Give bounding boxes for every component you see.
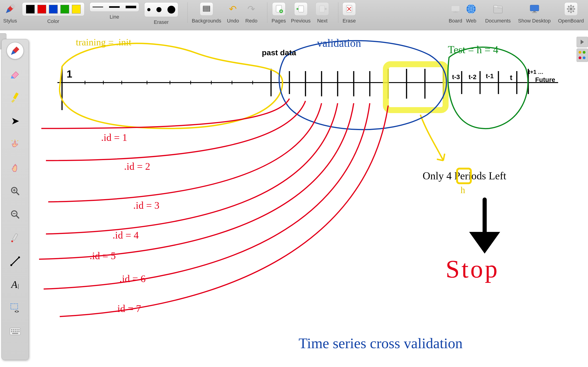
svg-point-19 xyxy=(579,51,581,54)
stylus-group: Stylus xyxy=(3,2,17,24)
interact-tool[interactable] xyxy=(7,136,23,152)
right-panel-tab[interactable] xyxy=(577,37,588,62)
eraser-md[interactable] xyxy=(156,7,162,12)
tick-t-plus-1: t+1 … xyxy=(528,69,544,75)
id-1: .id = 1 xyxy=(101,132,127,143)
svg-point-27 xyxy=(11,240,13,242)
line-med[interactable] xyxy=(109,6,120,8)
svg-point-33 xyxy=(17,311,19,312)
color-blue[interactable] xyxy=(49,5,58,14)
svg-rect-7 xyxy=(451,6,460,11)
highlighter-tool[interactable] xyxy=(7,89,23,106)
backgrounds-label: Backgrounds xyxy=(192,18,221,24)
svg-rect-23 xyxy=(13,92,19,99)
svg-rect-39 xyxy=(18,329,19,330)
laser-tool[interactable] xyxy=(7,230,23,246)
eraser-sm[interactable] xyxy=(147,8,150,11)
tick-1: 1 xyxy=(67,68,72,80)
pages-group: Pages xyxy=(271,2,286,24)
backgrounds-icon[interactable] xyxy=(200,2,213,16)
svg-rect-37 xyxy=(15,329,16,330)
color-yellow[interactable] xyxy=(72,5,81,14)
svg-point-16 xyxy=(570,8,572,10)
svg-rect-45 xyxy=(12,333,18,334)
eraser-tool[interactable] xyxy=(7,66,23,82)
redo-group: ↷ Redo xyxy=(245,2,258,24)
whiteboard-canvas[interactable] xyxy=(0,30,588,367)
redo-label: Redo xyxy=(245,18,258,24)
pointer-tool[interactable]: ➤ xyxy=(7,113,23,129)
color-red[interactable] xyxy=(37,5,46,14)
line-thin[interactable] xyxy=(93,7,103,7)
test-label: Test = h = 4 xyxy=(448,44,498,56)
next-group: Next xyxy=(316,2,329,24)
documents-label: Documents xyxy=(485,18,510,24)
id-7: .id = 7 xyxy=(115,303,141,315)
eraser-label: Eraser xyxy=(154,19,169,25)
svg-line-28 xyxy=(11,257,19,265)
svg-rect-38 xyxy=(17,329,18,330)
web-icon[interactable] xyxy=(464,2,478,16)
svg-rect-9 xyxy=(453,12,458,13)
capture-tool[interactable] xyxy=(7,300,23,316)
previous-icon[interactable] xyxy=(294,2,308,16)
color-green[interactable] xyxy=(61,5,69,14)
undo-group: ↶ Undo xyxy=(226,2,240,24)
color-black[interactable] xyxy=(26,5,35,14)
web-label: Web xyxy=(466,18,476,24)
erase-label: Erase xyxy=(343,18,356,24)
text-tool[interactable]: A| xyxy=(7,276,23,293)
main-toolbar: Stylus Color Line Eraser Bac xyxy=(0,0,588,30)
svg-point-30 xyxy=(18,257,20,258)
zoom-in-tool[interactable] xyxy=(7,183,23,199)
svg-rect-8 xyxy=(455,11,456,12)
color-group: Color xyxy=(22,2,85,24)
undo-icon[interactable]: ↶ xyxy=(226,2,240,16)
eraser-lg[interactable] xyxy=(167,6,175,14)
next-icon[interactable] xyxy=(316,2,329,16)
line-group: Line xyxy=(90,2,139,20)
openboard-label: OpenBoard xyxy=(558,18,584,24)
show-desktop-label: Show Desktop xyxy=(518,18,551,24)
documents-group: Documents xyxy=(485,2,510,24)
line-thick[interactable] xyxy=(126,6,136,8)
svg-point-29 xyxy=(10,264,12,266)
svg-rect-18 xyxy=(577,49,588,62)
svg-rect-35 xyxy=(11,329,12,330)
keyboard-tool[interactable] xyxy=(7,323,23,340)
tick-t: t xyxy=(510,73,512,82)
color-label: Color xyxy=(47,18,60,24)
documents-icon[interactable] xyxy=(491,2,505,16)
board-icon[interactable] xyxy=(449,2,462,16)
tick-t-2: t-2 xyxy=(468,73,476,81)
pen-tool[interactable] xyxy=(7,42,23,59)
stylus-palette: ➤ A| xyxy=(1,39,29,360)
pages-icon[interactable] xyxy=(272,2,285,16)
show-desktop-icon[interactable] xyxy=(528,2,541,16)
line-tool[interactable] xyxy=(7,253,23,269)
erase-page-icon[interactable] xyxy=(342,2,356,16)
pages-label: Pages xyxy=(271,18,286,24)
svg-rect-5 xyxy=(320,6,325,12)
svg-rect-14 xyxy=(532,12,537,13)
line-width-box xyxy=(90,2,139,12)
svg-rect-12 xyxy=(530,5,539,11)
svg-rect-40 xyxy=(11,331,12,332)
svg-rect-42 xyxy=(15,331,16,332)
stylus-icon[interactable] xyxy=(3,2,17,16)
next-label: Next xyxy=(317,18,328,24)
svg-rect-26 xyxy=(12,234,18,241)
svg-rect-4 xyxy=(299,6,304,12)
web-group: Web xyxy=(464,2,478,24)
hand-scroll-tool[interactable] xyxy=(7,159,23,176)
id-3: .id = 3 xyxy=(133,200,159,211)
svg-rect-36 xyxy=(13,329,14,330)
redo-icon[interactable]: ↷ xyxy=(245,2,258,16)
board-group: Board xyxy=(449,2,462,24)
stop-label: Stop xyxy=(446,255,499,284)
openboard-menu-icon[interactable] xyxy=(564,2,578,16)
undo-label: Undo xyxy=(227,18,239,24)
only-4-periods: Only 4 Periods Left xyxy=(423,170,506,182)
zoom-out-tool[interactable] xyxy=(7,206,23,223)
openboard-group: OpenBoard xyxy=(558,2,584,24)
